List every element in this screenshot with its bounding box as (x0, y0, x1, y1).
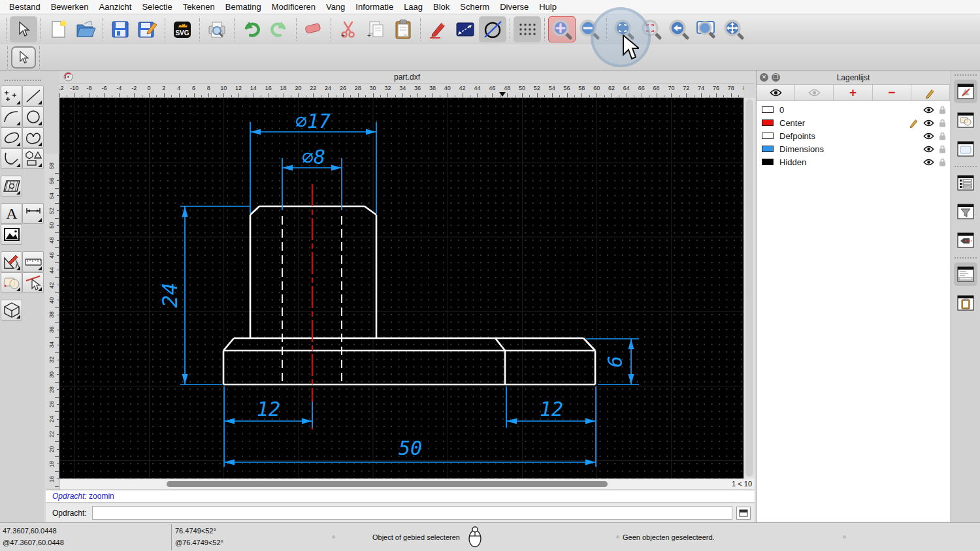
point-tool-button[interactable] (1, 86, 22, 106)
block-tool-button[interactable] (1, 272, 22, 293)
panel-drag-handle[interactable] (5, 80, 41, 83)
horizontal-scrollbar[interactable] (59, 479, 730, 489)
vruler-tick (55, 426, 59, 427)
pen-palette-dock-button[interactable] (954, 228, 977, 252)
layer-lock-icon[interactable] (939, 158, 946, 166)
isometric-tool-button[interactable] (1, 300, 22, 321)
dimension-tool-button[interactable] (22, 203, 44, 224)
hatch-tool-button[interactable] (1, 176, 22, 197)
layer-row[interactable]: Hidden (757, 155, 950, 168)
print-preview-button[interactable] (203, 16, 231, 42)
library-browser-dock-button[interactable] (954, 137, 977, 161)
vruler-number: 40 (48, 294, 55, 306)
hide-all-layers-button[interactable] (795, 85, 834, 101)
command-input[interactable] (92, 506, 732, 520)
save-button[interactable] (106, 16, 134, 42)
line-tool-button[interactable] (22, 86, 44, 106)
document-tab-bar[interactable]: part.dxf (59, 71, 755, 84)
zoom-selection-button[interactable] (638, 16, 665, 42)
layer-lock-icon[interactable] (939, 119, 946, 127)
show-all-layers-button[interactable] (757, 85, 795, 101)
modify-tool-button[interactable] (1, 251, 22, 272)
clipboard-dock-button[interactable] (954, 291, 977, 315)
layer-row[interactable]: Dimensions (757, 142, 950, 155)
hruler-tick (343, 93, 344, 97)
pan-button[interactable] (720, 16, 747, 42)
cut-button[interactable]: + (335, 16, 362, 42)
block-list-dock-button[interactable] (954, 108, 977, 132)
entity-list-dock-button[interactable] (954, 171, 977, 195)
delete-selected-tool-button[interactable] (22, 272, 44, 293)
menu-item-diverse[interactable]: Diverse (495, 0, 534, 14)
isometric-cube-icon (3, 302, 21, 319)
dimension-arrow-button[interactable] (451, 16, 479, 42)
layer-lock-icon[interactable] (939, 106, 946, 114)
menu-item-scherm[interactable]: Scherm (455, 0, 495, 14)
spline-tool-button[interactable] (22, 127, 44, 148)
shape-tool-button[interactable] (22, 148, 44, 169)
undo-button[interactable] (238, 16, 265, 42)
drawing-canvas[interactable]: ⌀17 ⌀8 24 6 12 12 50 (59, 98, 743, 479)
redo-button[interactable] (265, 16, 293, 42)
new-file-button[interactable] (44, 16, 72, 42)
menu-item-hulp[interactable]: Hulp (534, 0, 562, 14)
layer-panel-titlebar[interactable]: ✕ ❐ Lagenlijst (757, 71, 950, 85)
remove-layer-button[interactable]: − (873, 85, 911, 101)
add-layer-button[interactable]: + (834, 85, 872, 101)
command-line-dock-button[interactable] (954, 262, 977, 286)
layer-visibility-icon[interactable] (923, 159, 934, 166)
filter-dock-button[interactable] (954, 200, 977, 223)
image-tool-button[interactable] (1, 224, 22, 245)
menu-item-laag[interactable]: Laag (399, 0, 428, 14)
layer-row[interactable]: 0 (757, 103, 950, 116)
layer-visibility-icon[interactable] (923, 133, 934, 140)
keyboard-toggle-button[interactable] (736, 507, 751, 520)
layer-row[interactable]: Center (757, 116, 950, 129)
open-file-button[interactable] (72, 16, 99, 42)
vertical-scrollbar[interactable] (743, 98, 755, 479)
layer-list-dock-button[interactable] (954, 80, 977, 103)
zoom-out-button[interactable] (576, 16, 603, 42)
menu-item-selectie[interactable]: Selectie (137, 0, 177, 14)
pen-edit-button[interactable] (424, 16, 451, 42)
selection-mode-button[interactable] (11, 46, 36, 69)
horizontal-scrollbar-thumb[interactable] (167, 481, 608, 487)
menu-item-aanzicht[interactable]: Aanzicht (94, 0, 137, 14)
zoom-window-button[interactable] (693, 16, 720, 42)
hruler-tick (612, 93, 612, 97)
menu-item-bewerken[interactable]: Bewerken (46, 0, 94, 14)
circle-tool-button[interactable] (22, 106, 44, 127)
arc-tool-button[interactable] (1, 106, 22, 127)
layer-visibility-icon[interactable] (923, 106, 934, 114)
select-tool-button[interactable] (10, 16, 37, 42)
vruler-tick (55, 307, 59, 308)
zoom-previous-button[interactable] (665, 16, 693, 42)
menu-item-blok[interactable]: Blok (428, 0, 455, 14)
zoom-in-button[interactable] (548, 16, 576, 42)
menu-item-informatie[interactable]: Informatie (350, 0, 399, 14)
menu-item-vang[interactable]: Vang (321, 0, 350, 14)
layer-row[interactable]: Defpoints (757, 129, 950, 142)
layer-lock-icon[interactable] (939, 132, 946, 140)
copy-button[interactable]: + (362, 16, 389, 42)
draft-mode-toggle[interactable] (479, 16, 506, 42)
save-as-button[interactable] (134, 16, 161, 42)
menu-item-modificeren[interactable]: Modificeren (267, 0, 321, 14)
text-tool-button[interactable]: A (1, 203, 22, 224)
hruler-tick (387, 93, 388, 97)
paste-button[interactable] (389, 16, 417, 42)
menu-item-bemating[interactable]: Bemating (220, 0, 267, 14)
menu-item-bestand[interactable]: Bestand (4, 0, 46, 14)
polyline-tool-button[interactable] (1, 148, 22, 169)
delete-button[interactable] (300, 16, 327, 42)
grid-toggle[interactable] (514, 16, 541, 42)
vertical-scrollbar-thumb[interactable] (745, 99, 753, 477)
ellipse-tool-button[interactable] (1, 127, 22, 148)
menu-item-tekenen[interactable]: Tekenen (178, 0, 220, 14)
svg-export-button[interactable]: SVG (169, 16, 196, 42)
edit-layer-button[interactable] (911, 85, 950, 101)
layer-visibility-icon[interactable] (923, 119, 934, 127)
layer-lock-icon[interactable] (939, 145, 946, 153)
measure-tool-button[interactable] (22, 251, 44, 272)
layer-visibility-icon[interactable] (923, 146, 934, 153)
